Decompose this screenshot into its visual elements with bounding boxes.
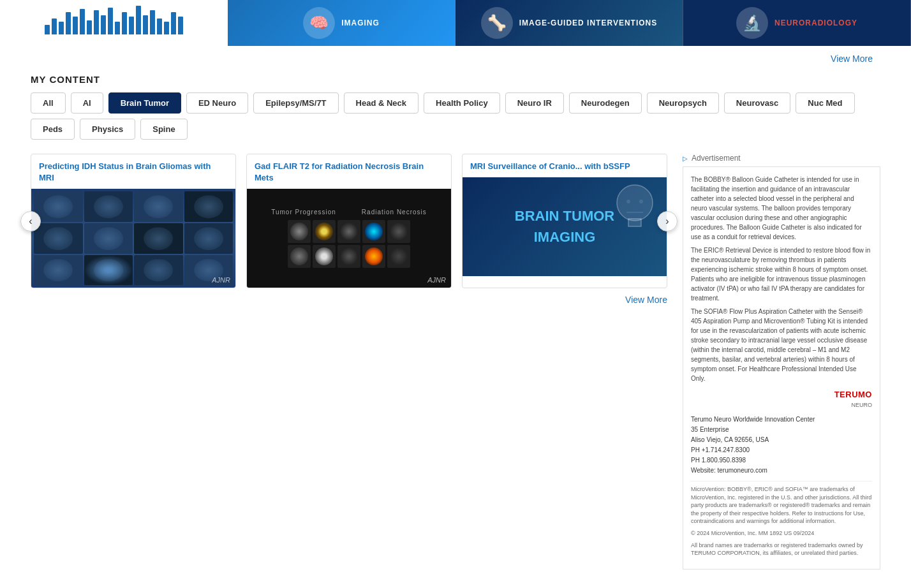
brain-text: BRAIN TUMOR [515, 208, 614, 224]
tab-spine[interactable]: Spine [140, 119, 187, 140]
ad-footer-brand: All brand names are trademarks or regist… [691, 541, 872, 557]
bar [108, 8, 113, 34]
banner-imaging-label: IMAGING [341, 18, 380, 27]
carousel-next-button[interactable]: › [657, 211, 678, 232]
ad-box: The BOBBY® Balloon Guide Catheter is int… [683, 166, 880, 570]
svg-point-3 [626, 200, 630, 203]
brain-scan-grid [31, 189, 235, 288]
gad-labels: Tumor Progression Radiation Necrosis [271, 209, 427, 216]
scan-cell [288, 220, 311, 243]
terumo-brand: TERUMO [834, 388, 872, 401]
scan-cell [337, 245, 360, 268]
tab-neurovasc[interactable]: Neurovasc [724, 92, 790, 114]
scan-cell [34, 191, 83, 222]
scan-cell [34, 255, 83, 286]
svg-rect-1 [628, 219, 641, 226]
scan-cell [387, 220, 410, 243]
bar [59, 22, 64, 34]
bar [129, 17, 134, 34]
bar [171, 12, 176, 34]
label-tumor-progression: Tumor Progression [271, 209, 336, 216]
tab-neuro-ir[interactable]: Neuro IR [505, 92, 564, 114]
tab-neuropsych[interactable]: Neuropsych [647, 92, 719, 114]
content-tabs-row: All AI Brain Tumor ED Neuro Epilepsy/MS/… [0, 92, 911, 146]
imaging-icon: 🧠 [303, 7, 335, 39]
banner-interventions[interactable]: 🦴 IMAGE-GUIDED INTERVENTIONS [455, 0, 683, 46]
gad-scan-content: Tumor Progression Radiation Necrosis [247, 189, 451, 288]
ad-footer-text: MicroVention: BOBBY®, ERIC® and SOFIA™ a… [691, 481, 872, 557]
card2-badge: AJNR [427, 276, 446, 284]
terumo-sub: NEURO [834, 401, 872, 410]
cards-view-more-link[interactable]: View More [625, 295, 667, 305]
bar [115, 22, 120, 34]
card-brain-tumor-imaging[interactable]: MRI Surveillance of Cranio... with bSSFP [462, 154, 667, 288]
ad-address1: 35 Enterprise [691, 425, 872, 435]
card1-image: AJNR [31, 189, 235, 288]
ad-address2: Aliso Viejo, CA 92656, USA [691, 435, 872, 445]
banner-chart [0, 0, 228, 46]
scan-cell [313, 220, 336, 243]
view-more-top-link[interactable]: View More [831, 54, 873, 64]
card1-badge: AJNR [212, 276, 230, 284]
scan-cell [34, 223, 83, 254]
bar [45, 25, 50, 34]
ad-logo-row: TERUMO NEURO [691, 388, 872, 409]
tab-neurodegen[interactable]: Neurodegen [569, 92, 642, 114]
tab-head-neck[interactable]: Head & Neck [344, 92, 418, 114]
gad-scan-row1 [288, 220, 410, 243]
card1-title: Predicting IDH Status in Brain Gliomas w… [31, 154, 235, 189]
bar [87, 20, 92, 34]
ad-copyright: © 2024 MicroVention, Inc. MM 1892 US 09/… [691, 529, 872, 538]
banner-interventions-label: IMAGE-GUIDED INTERVENTIONS [519, 18, 657, 27]
scan-cell [134, 255, 183, 286]
card3-title: MRI Surveillance of Cranio... with bSSFP [463, 154, 667, 177]
head-silhouette [612, 184, 657, 244]
content-area: ‹ Predicting IDH Status in Brain Gliomas… [0, 146, 911, 577]
banner-imaging[interactable]: 🧠 IMAGING [228, 0, 455, 46]
ad-phone2: PH 1.800.950.8398 [691, 455, 872, 466]
bar [164, 22, 169, 34]
tab-ed-neuro[interactable]: ED Neuro [186, 92, 248, 114]
svg-point-4 [639, 200, 643, 203]
banner-neuro-label: NEURORADIOLOGY [774, 18, 857, 27]
tab-health-policy[interactable]: Health Policy [424, 92, 500, 114]
ad-body-text: The BOBBY® Balloon Guide Catheter is int… [691, 175, 872, 242]
bar [80, 9, 85, 34]
scan-cell [134, 191, 183, 222]
scan-cell [362, 220, 385, 243]
scan-cell [288, 245, 311, 268]
ad-company-name: Terumo Neuro Worldwide Innovation Center [691, 415, 872, 425]
tab-physics[interactable]: Physics [80, 119, 135, 140]
bar [157, 18, 162, 34]
ad-triangle-icon: ▷ [683, 155, 688, 162]
ad-trademark: MicroVention: BOBBY®, ERIC® and SOFIA™ a… [691, 485, 872, 526]
cards-section: ‹ Predicting IDH Status in Brain Gliomas… [31, 154, 667, 570]
scan-cell [84, 255, 133, 286]
scan-cell [184, 223, 233, 254]
ad-phone1: PH +1.714.247.8300 [691, 445, 872, 455]
scan-cell [84, 191, 133, 222]
brain-tumor-img-content: BRAIN TUMOR IMAGING [463, 177, 667, 276]
carousel-prev-button[interactable]: ‹ [20, 211, 41, 232]
content-cards-row: ‹ Predicting IDH Status in Brain Gliomas… [31, 154, 667, 288]
banner-strip: 🧠 IMAGING 🦴 IMAGE-GUIDED INTERVENTIONS 🔬… [0, 0, 911, 46]
svg-point-0 [617, 185, 653, 221]
view-more-top-row: View More [0, 46, 911, 69]
gad-scan-row2 [288, 245, 410, 268]
tab-epilepsy[interactable]: Epilepsy/MS/7T [253, 92, 338, 114]
head-svg [612, 184, 657, 235]
tab-brain-tumor[interactable]: Brain Tumor [108, 92, 181, 114]
scan-cell [184, 191, 233, 222]
card-idh-status[interactable]: Predicting IDH Status in Brain Gliomas w… [31, 154, 236, 288]
brain-tumor-imaging-text: BRAIN TUMOR [515, 208, 614, 224]
banner-neuroradiology[interactable]: 🔬 NEURORADIOLOGY [683, 0, 911, 46]
card-gad-flair[interactable]: Gad FLAIR T2 for Radiation Necrosis Brai… [246, 154, 452, 288]
bar [101, 15, 106, 34]
tab-ai[interactable]: AI [71, 92, 103, 114]
bar [136, 6, 141, 34]
tab-peds[interactable]: Peds [31, 119, 75, 140]
tab-all[interactable]: All [31, 92, 66, 114]
tab-nuc-med[interactable]: Nuc Med [796, 92, 854, 114]
bar [178, 17, 183, 34]
scan-cell [337, 220, 360, 243]
